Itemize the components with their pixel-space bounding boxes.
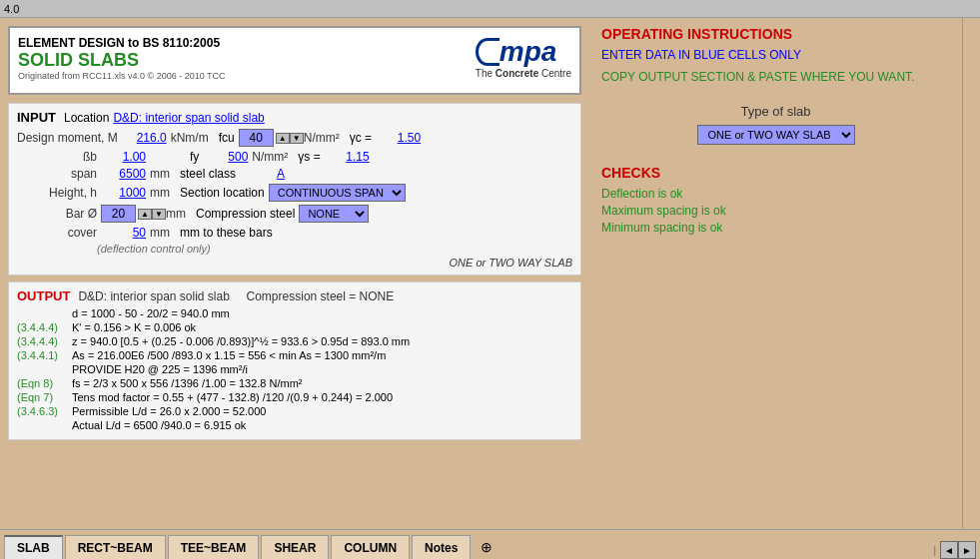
instruction2: COPY OUTPUT SECTION & PASTE WHERE YOU WA…	[601, 70, 950, 84]
span-value[interactable]: 6500	[101, 167, 146, 181]
fcu-label: fcu	[219, 131, 235, 145]
output-label: OUTPUT	[17, 288, 70, 303]
tab-shear[interactable]: SHEAR	[261, 535, 329, 559]
design-subtitle: SOLID SLABS	[18, 50, 226, 71]
design-moment-value[interactable]: 216.0	[122, 131, 167, 145]
gamma-c-label: γc =	[350, 131, 372, 145]
location-label-text: Location	[64, 111, 109, 125]
fy-label: fy	[190, 150, 199, 164]
slab-type-label: Type of slab	[601, 104, 950, 119]
slab-type-section: Type of slab ONE or TWO WAY SLAB ONE WAY…	[601, 104, 950, 145]
fcu-stepper-up[interactable]: ▲	[276, 133, 290, 144]
bb-label: ßb	[17, 150, 97, 164]
tab-notes[interactable]: Notes	[412, 535, 471, 559]
logo-subtitle: The Concrete Centre	[476, 68, 571, 79]
fcu-stepper-down[interactable]: ▼	[290, 133, 304, 144]
fy-value[interactable]: 500	[203, 150, 248, 164]
output-line7: Tens mod factor = 0.55 + (477 - 132.8) /…	[72, 391, 572, 403]
steel-class-label: steel class	[180, 167, 236, 181]
design-origin: Originated from RCC11.xls v4.0 © 2006 - …	[18, 71, 226, 81]
fcu-value[interactable]: 40	[239, 129, 274, 147]
output-line5: PROVIDE H20 @ 225 = 1396 mm²/i	[72, 363, 572, 375]
tab-add-button[interactable]: ⊕	[473, 535, 500, 559]
logo-arc-icon	[476, 38, 499, 66]
output-line4: As = 216.00E6 /500 /893.0 x 1.15 = 556 <…	[72, 349, 572, 361]
right-panel: OPERATING INSTRUCTIONS ENTER DATA IN BLU…	[589, 18, 962, 529]
scroll-separator: |	[933, 545, 936, 556]
tab-tee-beam[interactable]: TEE~BEAM	[168, 535, 260, 559]
check3: Minimum spacing is ok	[601, 221, 950, 235]
output-line6: fs = 2/3 x 500 x 556 /1396 /1.00 = 132.8…	[72, 377, 572, 389]
output-line2: K' = 0.156 > K = 0.006 ok	[72, 321, 572, 333]
gamma-c-value[interactable]: 1.50	[376, 131, 421, 145]
output-ref6: (Eqn 7)	[17, 391, 72, 403]
cover-label: cover	[17, 226, 97, 240]
output-line1: d = 1000 - 50 - 20/2 = 940.0 mm	[72, 307, 572, 319]
location-link[interactable]: D&D: interior span solid slab	[113, 111, 264, 125]
span-label: span	[17, 167, 97, 181]
output-ref5: (Eqn 8)	[17, 377, 72, 389]
title-bar: 4.0	[0, 0, 980, 18]
height-value[interactable]: 1000	[101, 186, 146, 200]
scrollbar-area[interactable]	[962, 18, 980, 529]
deflection-note: (deflection control only)	[97, 243, 572, 255]
gamma-s-label: γs =	[298, 150, 320, 164]
output-line3: z = 940.0 [0.5 + (0.25 - 0.006 /0.893)]^…	[72, 335, 572, 347]
tab-scroll-right[interactable]: ►	[958, 541, 976, 559]
design-title: ELEMENT DESIGN to BS 8110:2005	[18, 36, 226, 50]
tab-slab[interactable]: SLAB	[4, 535, 63, 559]
span-unit: mm	[150, 167, 170, 181]
input-label: INPUT	[17, 110, 56, 125]
design-moment-unit: kNm/m	[171, 131, 209, 145]
output-location: D&D: interior span solid slab Compressio…	[78, 289, 394, 303]
title-bar-text: 4.0	[4, 3, 19, 15]
section-location-label: Section location	[180, 186, 265, 200]
operating-title: OPERATING INSTRUCTIONS	[601, 26, 950, 42]
fcu-unit: N/mm²	[304, 131, 340, 145]
bar-dia-label: Bar Ø	[17, 207, 97, 221]
output-line8: Permissible L/d = 26.0 x 2.000 = 52.000	[72, 405, 572, 417]
check1: Deflection is ok	[601, 187, 950, 201]
section-location-dropdown[interactable]: CONTINUOUS SPAN END SPAN CANTILEVER	[269, 184, 406, 202]
gamma-s-value[interactable]: 1.15	[325, 150, 370, 164]
checks-title: CHECKS	[601, 165, 950, 181]
instruction1: ENTER DATA IN BLUE CELLS ONLY	[601, 48, 950, 62]
bar-dia-value[interactable]: 20	[101, 205, 136, 223]
design-box: ELEMENT DESIGN to BS 8110:2005 SOLID SLA…	[8, 26, 581, 95]
steel-class-value[interactable]: A	[240, 167, 285, 181]
bar-dia-unit: mm	[166, 207, 186, 221]
compression-steel-label: Compression steel	[196, 207, 295, 221]
input-section: INPUT Location D&D: interior span solid …	[8, 103, 581, 276]
compression-steel-dropdown[interactable]: NONE T10 T12	[299, 205, 369, 223]
output-ref2: (3.4.4.4)	[17, 335, 72, 347]
cover-note: mm to these bars	[180, 226, 273, 240]
tab-bar: SLAB RECT~BEAM TEE~BEAM SHEAR COLUMN Not…	[0, 529, 980, 559]
bar-dia-stepper-down[interactable]: ▼	[152, 209, 166, 220]
cover-unit: mm	[150, 226, 170, 240]
output-line9: Actual L/d = 6500 /940.0 = 6.915 ok	[72, 419, 572, 431]
output-ref3: (3.4.4.1)	[17, 349, 72, 361]
logo-area: mpa The Concrete Centre	[476, 36, 571, 79]
design-panel: ELEMENT DESIGN to BS 8110:2005 SOLID SLA…	[0, 18, 589, 529]
tab-scroll-left[interactable]: ◄	[940, 541, 958, 559]
logo-text: mpa	[499, 36, 557, 68]
slab-type-dropdown[interactable]: ONE or TWO WAY SLAB ONE WAY SLAB TWO WAY…	[697, 125, 855, 145]
output-ref7: (3.4.6.3)	[17, 405, 72, 417]
checks-section: CHECKS Deflection is ok Maximum spacing …	[601, 165, 950, 235]
cover-value[interactable]: 50	[101, 226, 146, 240]
tab-rect-beam[interactable]: RECT~BEAM	[65, 535, 166, 559]
fy-unit: N/mm²	[252, 150, 288, 164]
check2: Maximum spacing is ok	[601, 204, 950, 218]
height-label: Height, h	[17, 186, 97, 200]
output-ref1: (3.4.4.4)	[17, 321, 72, 333]
bar-dia-stepper-up[interactable]: ▲	[138, 209, 152, 220]
design-moment-label: Design moment, M	[17, 131, 118, 145]
slab-type-note: ONE or TWO WAY SLAB	[17, 257, 572, 269]
tab-column[interactable]: COLUMN	[331, 535, 410, 559]
tab-scroll-controls: | ◄ ►	[933, 541, 976, 559]
output-section: OUTPUT D&D: interior span solid slab Com…	[8, 281, 581, 440]
height-unit: mm	[150, 186, 170, 200]
bb-value[interactable]: 1.00	[101, 150, 146, 164]
